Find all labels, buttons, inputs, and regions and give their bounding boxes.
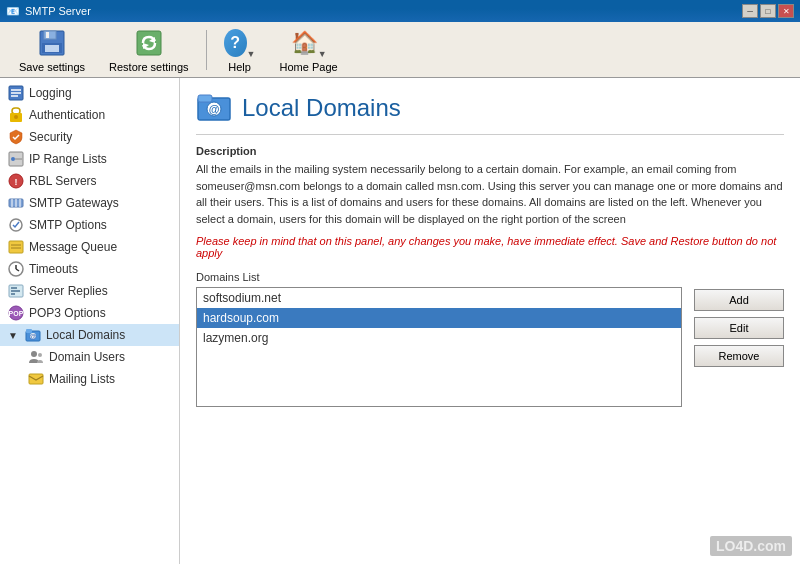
- domain-users-icon: [28, 349, 44, 365]
- toolbar: Save settings Restore settings ? ▼ Help …: [0, 22, 800, 78]
- remove-domain-button[interactable]: Remove: [694, 345, 784, 367]
- sidebar-item-ip-range-label: IP Range Lists: [29, 152, 107, 166]
- sidebar-item-mailing-lists[interactable]: Mailing Lists: [0, 368, 179, 390]
- sidebar-item-smtp-options[interactable]: SMTP Options: [0, 214, 179, 236]
- domains-buttons: Add Edit Remove: [694, 271, 784, 407]
- warning-text: Please keep in mind that on this panel, …: [196, 235, 784, 259]
- ip-range-icon: [8, 151, 24, 167]
- sidebar-item-local-domains[interactable]: ▼ @ Local Domains: [0, 324, 179, 346]
- svg-point-41: [31, 351, 37, 357]
- page-title-row: @ Local Domains: [196, 90, 784, 135]
- authentication-icon: [8, 107, 24, 123]
- logging-icon: [8, 85, 24, 101]
- sidebar-item-timeouts-label: Timeouts: [29, 262, 78, 276]
- save-label: Save settings: [19, 61, 85, 73]
- svg-rect-2: [46, 32, 49, 38]
- sidebar-item-security[interactable]: Security: [0, 126, 179, 148]
- sidebar-item-authentication[interactable]: Authentication: [0, 104, 179, 126]
- message-queue-icon: [8, 239, 24, 255]
- sidebar-item-server-replies-label: Server Replies: [29, 284, 108, 298]
- security-icon: [8, 129, 24, 145]
- sidebar-item-logging[interactable]: Logging: [0, 82, 179, 104]
- content-area: @ Local Domains Description All the emai…: [180, 78, 800, 564]
- sidebar-item-security-label: Security: [29, 130, 72, 144]
- sidebar-item-pop3-options[interactable]: POP POP3 Options: [0, 302, 179, 324]
- timeouts-icon: [8, 261, 24, 277]
- sidebar-item-rbl-servers[interactable]: ! RBL Servers: [0, 170, 179, 192]
- sidebar-item-server-replies[interactable]: Server Replies: [0, 280, 179, 302]
- main-container: Logging Authentication Security IP Range…: [0, 78, 800, 564]
- domains-list-label: Domains List: [196, 271, 682, 283]
- svg-rect-43: [29, 374, 43, 384]
- svg-text:!: !: [15, 177, 18, 187]
- sidebar-item-timeouts[interactable]: Timeouts: [0, 258, 179, 280]
- title-bar-icon: 📧: [6, 5, 20, 18]
- home-label: Home Page: [280, 61, 338, 73]
- sidebar-item-gateways-label: SMTP Gateways: [29, 196, 119, 210]
- toolbar-separator-1: [206, 30, 207, 70]
- sidebar: Logging Authentication Security IP Range…: [0, 78, 180, 564]
- sidebar-item-message-queue[interactable]: Message Queue: [0, 236, 179, 258]
- rbl-icon: !: [8, 173, 24, 189]
- sidebar-item-domain-users-label: Domain Users: [49, 350, 125, 364]
- save-button[interactable]: Save settings: [8, 22, 96, 78]
- help-icon: ?: [224, 29, 247, 57]
- sidebar-item-domain-users[interactable]: Domain Users: [0, 346, 179, 368]
- sidebar-item-local-domains-label: Local Domains: [46, 328, 125, 342]
- domain-item-2[interactable]: lazymen.org: [197, 328, 681, 348]
- local-domains-icon: @: [25, 327, 41, 343]
- svg-rect-1: [44, 31, 56, 39]
- domain-item-1[interactable]: hardsoup.com: [197, 308, 681, 328]
- domains-listbox[interactable]: softsodium.net hardsoup.com lazymen.org: [196, 287, 682, 407]
- edit-domain-button[interactable]: Edit: [694, 317, 784, 339]
- mailing-lists-icon: [28, 371, 44, 387]
- title-bar-title: SMTP Server: [25, 5, 91, 17]
- domain-item-0[interactable]: softsodium.net: [197, 288, 681, 308]
- close-button[interactable]: ✕: [778, 4, 794, 18]
- smtp-options-icon: [8, 217, 24, 233]
- sidebar-item-pop3-label: POP3 Options: [29, 306, 106, 320]
- sidebar-item-authentication-label: Authentication: [29, 108, 105, 122]
- restore-label: Restore settings: [109, 61, 188, 73]
- sidebar-item-message-queue-label: Message Queue: [29, 240, 117, 254]
- restore-button[interactable]: Restore settings: [98, 22, 199, 78]
- svg-text:@: @: [209, 103, 220, 115]
- svg-text:POP: POP: [9, 310, 24, 317]
- sidebar-item-rbl-label: RBL Servers: [29, 174, 97, 188]
- watermark: LO4D.com: [710, 536, 792, 556]
- svg-point-14: [14, 115, 18, 119]
- sidebar-item-mailing-lists-label: Mailing Lists: [49, 372, 115, 386]
- page-title: Local Domains: [242, 94, 401, 122]
- svg-rect-25: [9, 241, 23, 253]
- svg-rect-45: [198, 95, 212, 102]
- svg-text:@: @: [29, 332, 37, 341]
- domains-list-container: Domains List softsodium.net hardsoup.com…: [196, 271, 682, 407]
- svg-rect-4: [45, 45, 59, 52]
- page-title-icon: @: [196, 90, 232, 126]
- title-bar: 📧 SMTP Server ─ □ ✕: [0, 0, 800, 22]
- home-button[interactable]: 🏠 ▼ Home Page: [269, 22, 349, 78]
- expand-icon: ▼: [8, 330, 18, 341]
- description-label: Description: [196, 145, 784, 157]
- svg-rect-5: [137, 31, 161, 55]
- sidebar-item-smtp-options-label: SMTP Options: [29, 218, 107, 232]
- description-text: All the emails in the mailing system nec…: [196, 161, 784, 227]
- gateways-icon: [8, 195, 24, 211]
- server-replies-icon: [8, 283, 24, 299]
- svg-point-16: [11, 157, 15, 161]
- sidebar-item-smtp-gateways[interactable]: SMTP Gateways: [0, 192, 179, 214]
- domains-section: Domains List softsodium.net hardsoup.com…: [196, 271, 784, 407]
- sidebar-item-ip-range-lists[interactable]: IP Range Lists: [0, 148, 179, 170]
- help-label: Help: [228, 61, 251, 73]
- svg-point-42: [38, 353, 42, 357]
- home-icon: 🏠: [291, 29, 318, 57]
- help-button[interactable]: ? ▼ Help: [213, 22, 267, 78]
- add-domain-button[interactable]: Add: [694, 289, 784, 311]
- sidebar-item-logging-label: Logging: [29, 86, 72, 100]
- pop3-icon: POP: [8, 305, 24, 321]
- maximize-button[interactable]: □: [760, 4, 776, 18]
- minimize-button[interactable]: ─: [742, 4, 758, 18]
